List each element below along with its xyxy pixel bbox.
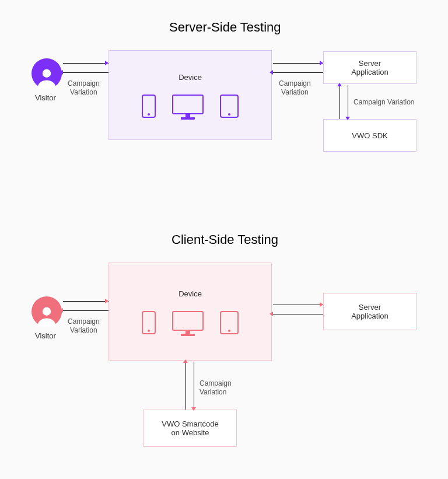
svg-rect-12 (186, 330, 190, 334)
arrow-line (63, 301, 108, 302)
arrowhead-icon (320, 302, 323, 307)
desktop-icon (172, 311, 204, 337)
svg-rect-13 (181, 334, 195, 336)
device-label-server: Device (178, 73, 202, 82)
arrow-line (63, 72, 108, 73)
arrow-line (273, 72, 323, 73)
user-icon (34, 64, 59, 89)
server-app-box: Server Application (323, 51, 416, 84)
arrowhead-icon (60, 308, 63, 313)
arrowhead-icon (183, 359, 188, 363)
arrow-line (273, 314, 323, 314)
arrow-line (348, 85, 348, 119)
server-app-box-client: Server Application (323, 293, 416, 330)
svg-point-10 (148, 330, 150, 332)
arrowhead-icon (191, 407, 196, 411)
arrowhead-icon (60, 70, 63, 75)
svg-rect-4 (186, 114, 190, 117)
arrow-line (186, 362, 186, 410)
arrowhead-icon (105, 299, 108, 303)
svg-rect-5 (181, 117, 195, 120)
arrowhead-icon (270, 312, 273, 316)
svg-rect-11 (173, 312, 203, 330)
diagram-canvas: Server-Side Testing Visitor Device Serve… (0, 0, 448, 479)
vwo-smartcode-box: VWO Smartcode on Website (144, 410, 237, 447)
desktop-icon (172, 95, 204, 120)
conn-label-sk-server: Campaign Variation (354, 98, 415, 107)
arrow-line (340, 85, 340, 119)
phone-icon (142, 311, 156, 337)
device-box-client: Device (108, 263, 272, 361)
conn-label-ds-server: Campaign Variation (279, 79, 311, 97)
device-icons-server (142, 95, 239, 120)
arrow-line (63, 63, 108, 64)
arrowhead-icon (270, 70, 273, 75)
svg-point-8 (43, 307, 51, 316)
arrowhead-icon (105, 61, 108, 65)
svg-point-0 (43, 69, 51, 78)
server-heading: Server-Side Testing (169, 20, 281, 35)
conn-label-vd-server: Campaign Variation (68, 79, 100, 97)
arrowhead-icon (320, 61, 323, 65)
tablet-icon (220, 95, 239, 120)
visitor-avatar-client (32, 296, 62, 327)
arrowhead-icon (337, 83, 342, 86)
svg-point-15 (228, 330, 230, 332)
conn-label-vd-client: Campaign Variation (68, 317, 100, 335)
device-icons-client (142, 311, 239, 337)
vwo-sdk-box: VWO SDK (323, 119, 416, 152)
device-box-server: Device (108, 50, 272, 140)
device-label-client: Device (178, 289, 202, 298)
client-heading: Client-Side Testing (172, 232, 278, 247)
tablet-icon (220, 311, 239, 337)
arrow-line (273, 305, 323, 305)
arrow-line (194, 362, 194, 410)
svg-point-2 (148, 113, 150, 116)
phone-icon (142, 95, 156, 120)
visitor-avatar-server (32, 58, 62, 89)
svg-rect-3 (173, 95, 203, 114)
arrow-line (273, 63, 323, 64)
arrow-line (63, 310, 108, 311)
conn-label-dc-client: Campaign Variation (200, 379, 232, 397)
svg-point-7 (228, 113, 230, 116)
visitor-label-client: Visitor (35, 331, 56, 340)
arrowhead-icon (345, 117, 350, 120)
user-icon (34, 302, 59, 327)
visitor-label-server: Visitor (35, 93, 56, 102)
